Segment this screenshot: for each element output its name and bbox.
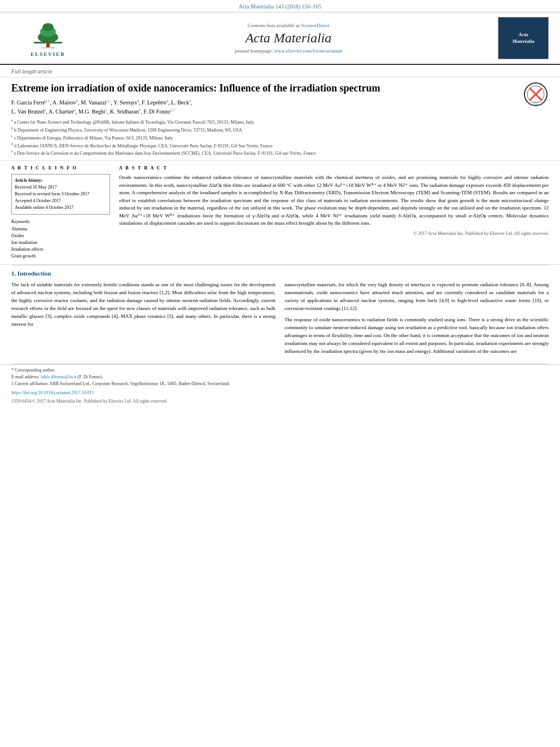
elsevier-brand: ELSEVIER	[30, 51, 65, 57]
elsevier-tree-icon: ELSEVIER	[31, 19, 65, 50]
copyright-line: © 2017 Acta Materialia Inc. Published by…	[119, 231, 549, 236]
author-vanbrutzel: L. Van Brutzel	[11, 108, 44, 115]
author-lepretre: F. Leprêtre	[142, 100, 167, 106]
intro-heading-block: 1. Introduction	[0, 265, 560, 278]
page-wrapper: Acta Materialia 143 (2018) 156–165 ELSEV…	[0, 0, 560, 407]
intro-col1: The lack of suitable materials for extre…	[11, 281, 275, 359]
affil-d: d d Laboratoire JANNUS, DEN-Service de R…	[11, 142, 518, 149]
intro-section-title: Introduction	[18, 270, 51, 277]
keywords-section: Keywords: Alumina Oxides Ion irradiation…	[11, 219, 110, 260]
article-info-abstract: A R T I C L E I N F O Article history: R…	[0, 161, 560, 265]
svg-text:CrossMark: CrossMark	[530, 103, 542, 106]
abstract-heading: A B S T R A C T	[119, 165, 549, 171]
doi-link[interactable]: https://doi.org/10.1016/j.actamat.2017.1…	[11, 390, 94, 395]
author-sridharan: K. Sridharan	[110, 108, 139, 115]
article-info-col: A R T I C L E I N F O Article history: R…	[11, 165, 110, 260]
article-title: Extreme ion irradiation of oxide nanocer…	[11, 82, 518, 95]
intro-col2-para1: nanocrystalline materials, for which the…	[285, 281, 549, 313]
affiliations: a a Center for Nano Science and Technolo…	[11, 118, 518, 156]
accepted-date: Accepted 4 October 2017	[15, 198, 107, 204]
article-title-section: Extreme ion irradiation of oxide nanocer…	[0, 77, 560, 161]
author-vanazzi: M. Vanazzi	[81, 100, 106, 106]
sciencedirect-link[interactable]: ScienceDirect	[301, 23, 329, 28]
abstract-col: A B S T R A C T Oxide nanoceramics combi…	[119, 165, 549, 260]
contents-line: Contents lists available at ScienceDirec…	[85, 23, 492, 28]
elsevier-logo: ELSEVIER ELSEVIER	[30, 19, 65, 57]
journal-bar: Acta Materialia 143 (2018) 156–165	[0, 0, 560, 12]
keyword-oxides: Oxides	[11, 233, 110, 239]
author-garcia: F. García Ferré	[11, 100, 45, 106]
received-revised: Received in revised form 3 October 2017	[15, 191, 107, 198]
journal-title: Acta Materialia	[85, 30, 492, 46]
affil-c: c c Dipartimento di Energia, Politecnico…	[11, 134, 518, 141]
abstract-text: Oxide nanoceramics combine the enhanced …	[119, 174, 549, 228]
author-difonzo: F. Di Fonzo	[143, 108, 170, 115]
header-center: Contents lists available at ScienceDirec…	[85, 23, 492, 54]
acta-logo: ActaMaterialia	[498, 17, 549, 59]
affil-a: a a Center for Nano Science and Technolo…	[11, 118, 518, 125]
intro-section-number: 1.	[11, 270, 16, 277]
homepage-line: journal homepage: www.elsevier.com/locat…	[85, 48, 492, 54]
article-history-box: Article history: Received 16 May 2017 Re…	[11, 174, 110, 215]
footer-issn: 1359-6454/© 2017 Acta Materialia Inc. Pu…	[11, 398, 549, 405]
page-header: ELSEVIER ELSEVIER Contents lists availab…	[0, 12, 560, 65]
author-chartier: A. Chartier	[49, 108, 74, 115]
intro-col1-para1: The lack of suitable materials for extre…	[11, 281, 275, 329]
crossmark-icon: CrossMark	[523, 82, 549, 107]
history-label: Article history:	[15, 177, 107, 184]
keywords-label: Keywords:	[11, 219, 110, 224]
article-title-block: Extreme ion irradiation of oxide nanocer…	[11, 82, 518, 157]
keyword-alumina: Alumina	[11, 226, 110, 233]
footer: * Corresponding author. E-mail address: …	[0, 364, 560, 407]
homepage-link[interactable]: www.elsevier.com/locate/actamat	[274, 48, 342, 54]
received-date: Received 16 May 2017	[15, 184, 107, 191]
email-note: E-mail address: fabio.difonzo@iit.it (F.…	[11, 374, 549, 381]
affil1-note: 1 Current affiliation: ABB Switzerland L…	[11, 381, 549, 387]
author-beck: L. Beck	[171, 100, 189, 106]
intro-col2-para2: The response of oxide nanoceramics to ra…	[285, 316, 549, 356]
svg-text:ELSEVIER: ELSEVIER	[41, 46, 55, 49]
article-type: Full length article	[0, 65, 560, 77]
email-link[interactable]: fabio.difonzo@iit.it	[41, 374, 76, 379]
affil-e: e e Den-Service de la Corrosion et du Co…	[11, 149, 518, 156]
intro-col2: nanocrystalline materials, for which the…	[285, 281, 549, 359]
keyword-irradiation-effects: Irradiation effects	[11, 246, 110, 253]
available-date: Available online 4 October 2017	[15, 204, 107, 211]
intro-body: The lack of suitable materials for extre…	[0, 278, 560, 363]
affil-b: b b Department of Engineering Physics, U…	[11, 126, 518, 133]
corresponding-note: * Corresponding author.	[11, 367, 549, 374]
footer-bottom: https://doi.org/10.1016/j.actamat.2017.1…	[11, 390, 549, 396]
author-serruys: Y. Serruys	[113, 100, 137, 106]
keyword-ion-irradiation: Ion irradiation	[11, 239, 110, 246]
keyword-grain-growth: Grain growth	[11, 253, 110, 260]
author-mairov: A. Mairov	[53, 100, 76, 106]
author-beghi: M.G. Beghi	[78, 108, 106, 115]
svg-point-3	[42, 23, 54, 31]
crossmark-logo: CrossMark	[523, 82, 549, 107]
authors-line: F. García Ferréa,1, A. Mairovb, M. Vanaz…	[11, 98, 518, 116]
header-right: ActaMaterialia	[492, 17, 549, 59]
elsevier-logo-area: ELSEVIER ELSEVIER	[11, 19, 85, 57]
journal-citation: Acta Materialia 143 (2018) 156–165	[239, 3, 322, 10]
article-info-heading: A R T I C L E I N F O	[11, 165, 110, 171]
